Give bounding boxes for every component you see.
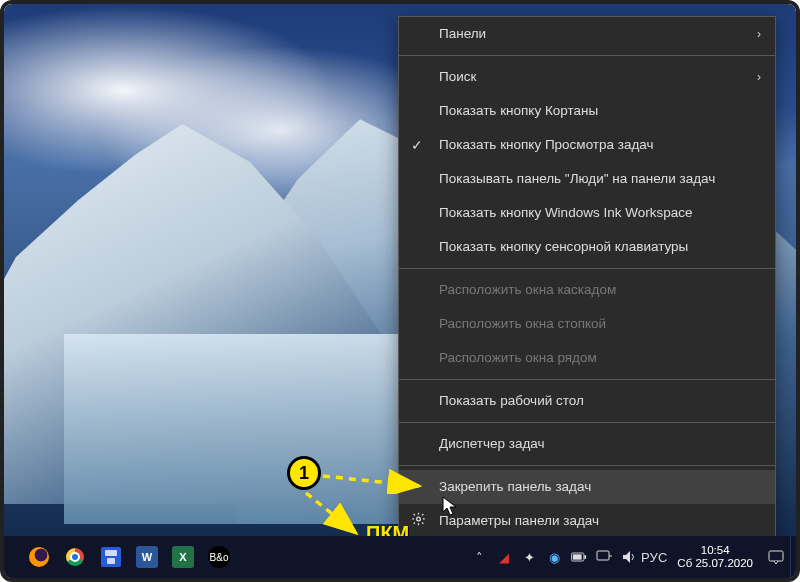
menu-item-show-ink-workspace[interactable]: Показать кнопку Windows Ink Workspace	[399, 196, 775, 230]
menu-separator	[399, 422, 775, 423]
taskbar-app-bo[interactable]: B&o	[206, 544, 232, 570]
floppy-icon	[101, 547, 121, 567]
tray-security-icon[interactable]: ◢	[496, 549, 512, 565]
menu-label: Расположить окна стопкой	[439, 316, 606, 332]
chevron-right-icon: ›	[757, 27, 761, 41]
menu-item-side-by-side: Расположить окна рядом	[399, 341, 775, 375]
taskbar[interactable]: W X B&o ˄ ◢ ✦ ◉ РУС 10:54 Сб 25.07.2020	[4, 536, 796, 578]
tray-language[interactable]: РУС	[646, 549, 662, 565]
menu-label: Поиск	[439, 69, 476, 85]
bang-olufsen-icon: B&o	[208, 546, 230, 568]
svg-point-0	[417, 517, 421, 521]
tray-network-icon[interactable]	[596, 549, 612, 565]
svg-rect-4	[585, 555, 587, 559]
tray-battery-icon[interactable]	[571, 549, 587, 565]
menu-label: Расположить окна рядом	[439, 350, 597, 366]
taskbar-app-word[interactable]: W	[134, 544, 160, 570]
show-desktop-button[interactable]	[790, 536, 796, 578]
firefox-icon	[29, 547, 49, 567]
chrome-icon	[66, 548, 84, 566]
menu-label: Показать кнопку Кортаны	[439, 103, 598, 119]
tray-volume-icon[interactable]	[621, 549, 637, 565]
menu-item-cascade-windows: Расположить окна каскадом	[399, 273, 775, 307]
taskbar-app-excel[interactable]: X	[170, 544, 196, 570]
svg-rect-6	[597, 551, 609, 560]
chevron-right-icon: ›	[757, 70, 761, 84]
annotation-number: 1	[299, 463, 309, 484]
cursor-icon	[442, 496, 458, 518]
menu-label: Панели	[439, 26, 486, 42]
menu-label: Диспетчер задач	[439, 436, 545, 452]
taskbar-apps: W X B&o	[4, 544, 242, 570]
excel-icon: X	[172, 546, 194, 568]
menu-item-task-manager[interactable]: Диспетчер задач	[399, 427, 775, 461]
menu-label: Показать кнопку Windows Ink Workspace	[439, 205, 692, 221]
menu-item-panels[interactable]: Панели ›	[399, 17, 775, 51]
menu-label: Показывать панель "Люди" на панели задач	[439, 171, 715, 187]
svg-rect-7	[769, 551, 783, 561]
tray-time: 10:54	[677, 544, 753, 557]
taskbar-context-menu: Панели › Поиск › Показать кнопку Кортаны…	[398, 16, 776, 539]
menu-label: Расположить окна каскадом	[439, 282, 616, 298]
system-tray: ˄ ◢ ✦ ◉ РУС 10:54 Сб 25.07.2020	[461, 544, 790, 570]
tray-eye-icon[interactable]: ◉	[546, 549, 562, 565]
tray-action-center-icon[interactable]	[768, 549, 784, 565]
tray-date: Сб 25.07.2020	[677, 557, 753, 570]
screenshot-frame: Панели › Поиск › Показать кнопку Кортаны…	[0, 0, 800, 582]
taskbar-app-firefox[interactable]	[26, 544, 52, 570]
menu-item-show-people[interactable]: Показывать панель "Люди" на панели задач	[399, 162, 775, 196]
menu-item-show-cortana-button[interactable]: Показать кнопку Кортаны	[399, 94, 775, 128]
annotation-badge: 1	[287, 456, 321, 490]
menu-label: Показать рабочий стол	[439, 393, 584, 409]
word-icon: W	[136, 546, 158, 568]
menu-item-show-taskview-button[interactable]: ✓ Показать кнопку Просмотра задач	[399, 128, 775, 162]
gear-icon	[411, 511, 426, 530]
taskbar-app-chrome[interactable]	[62, 544, 88, 570]
taskbar-app-save[interactable]	[98, 544, 124, 570]
menu-item-stack-windows: Расположить окна стопкой	[399, 307, 775, 341]
menu-item-show-touch-keyboard[interactable]: Показать кнопку сенсорной клавиатуры	[399, 230, 775, 264]
tray-clock[interactable]: 10:54 Сб 25.07.2020	[671, 544, 759, 570]
menu-label: Закрепить панель задач	[439, 479, 591, 495]
menu-separator	[399, 465, 775, 466]
menu-separator	[399, 268, 775, 269]
menu-label: Параметры панели задач	[439, 513, 599, 529]
menu-item-search[interactable]: Поиск ›	[399, 60, 775, 94]
menu-label: Показать кнопку Просмотра задач	[439, 137, 654, 153]
check-icon: ✓	[411, 137, 423, 154]
menu-label: Показать кнопку сенсорной клавиатуры	[439, 239, 688, 255]
svg-rect-5	[573, 554, 582, 559]
tray-app-icon[interactable]: ✦	[521, 549, 537, 565]
tray-chevron-up-icon[interactable]: ˄	[471, 549, 487, 565]
menu-item-show-desktop[interactable]: Показать рабочий стол	[399, 384, 775, 418]
menu-separator	[399, 379, 775, 380]
menu-separator	[399, 55, 775, 56]
